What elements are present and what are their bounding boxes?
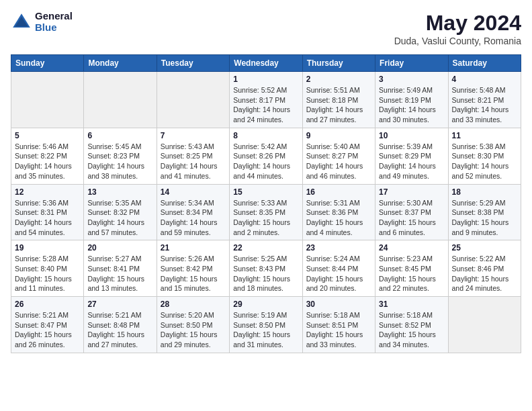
calendar-cell: 10Sunrise: 5:39 AM Sunset: 8:29 PM Dayli… xyxy=(375,128,448,184)
day-number: 12 xyxy=(15,187,80,197)
logo-blue: Blue xyxy=(35,22,73,34)
day-number: 3 xyxy=(379,75,444,84)
calendar-cell: 22Sunrise: 5:25 AM Sunset: 8:43 PM Dayli… xyxy=(230,240,302,297)
day-number: 10 xyxy=(379,131,444,140)
day-number: 1 xyxy=(233,75,298,84)
calendar-week-5: 26Sunrise: 5:21 AM Sunset: 8:47 PM Dayli… xyxy=(11,297,521,353)
day-number: 18 xyxy=(452,187,517,197)
calendar-body: 1Sunrise: 5:52 AM Sunset: 8:17 PM Daylig… xyxy=(11,72,521,353)
day-number: 25 xyxy=(452,243,517,253)
calendar-cell: 20Sunrise: 5:27 AM Sunset: 8:41 PM Dayli… xyxy=(84,240,157,297)
day-info: Sunrise: 5:21 AM Sunset: 8:48 PM Dayligh… xyxy=(87,310,152,350)
day-info: Sunrise: 5:24 AM Sunset: 8:44 PM Dayligh… xyxy=(306,254,371,293)
calendar-cell: 26Sunrise: 5:21 AM Sunset: 8:47 PM Dayli… xyxy=(11,297,84,353)
day-number: 8 xyxy=(233,131,298,140)
location-subtitle: Duda, Vaslui County, Romania xyxy=(394,36,521,46)
day-number: 6 xyxy=(87,131,152,140)
day-info: Sunrise: 5:19 AM Sunset: 8:50 PM Dayligh… xyxy=(233,310,298,350)
day-info: Sunrise: 5:31 AM Sunset: 8:36 PM Dayligh… xyxy=(306,198,371,238)
day-info: Sunrise: 5:51 AM Sunset: 8:18 PM Dayligh… xyxy=(306,85,371,125)
day-info: Sunrise: 5:34 AM Sunset: 8:34 PM Dayligh… xyxy=(161,198,226,238)
day-info: Sunrise: 5:33 AM Sunset: 8:35 PM Dayligh… xyxy=(233,198,298,238)
calendar-cell: 5Sunrise: 5:46 AM Sunset: 8:22 PM Daylig… xyxy=(11,128,84,184)
day-number: 19 xyxy=(15,243,80,253)
day-info: Sunrise: 5:39 AM Sunset: 8:29 PM Dayligh… xyxy=(379,142,444,181)
calendar-cell: 18Sunrise: 5:29 AM Sunset: 8:38 PM Dayli… xyxy=(448,184,521,240)
weekday-header-friday: Friday xyxy=(375,55,448,72)
calendar-cell: 2Sunrise: 5:51 AM Sunset: 8:18 PM Daylig… xyxy=(302,72,375,128)
calendar-week-3: 12Sunrise: 5:36 AM Sunset: 8:31 PM Dayli… xyxy=(11,184,521,240)
calendar-cell: 11Sunrise: 5:38 AM Sunset: 8:30 PM Dayli… xyxy=(448,128,521,184)
day-number: 11 xyxy=(452,131,517,140)
calendar-cell: 16Sunrise: 5:31 AM Sunset: 8:36 PM Dayli… xyxy=(302,184,375,240)
day-number: 16 xyxy=(306,187,371,197)
day-number: 26 xyxy=(15,300,80,309)
calendar-cell xyxy=(448,297,521,353)
day-number: 2 xyxy=(306,75,371,84)
day-info: Sunrise: 5:45 AM Sunset: 8:23 PM Dayligh… xyxy=(87,142,152,181)
day-info: Sunrise: 5:22 AM Sunset: 8:46 PM Dayligh… xyxy=(452,254,517,293)
day-number: 15 xyxy=(233,187,298,197)
calendar-cell: 27Sunrise: 5:21 AM Sunset: 8:48 PM Dayli… xyxy=(84,297,157,353)
calendar-cell: 6Sunrise: 5:45 AM Sunset: 8:23 PM Daylig… xyxy=(84,128,157,184)
logo-icon xyxy=(11,11,32,33)
day-info: Sunrise: 5:28 AM Sunset: 8:40 PM Dayligh… xyxy=(15,254,80,293)
calendar-cell: 29Sunrise: 5:19 AM Sunset: 8:50 PM Dayli… xyxy=(230,297,302,353)
day-number: 20 xyxy=(87,243,152,253)
day-info: Sunrise: 5:21 AM Sunset: 8:47 PM Dayligh… xyxy=(15,310,80,350)
calendar-cell: 28Sunrise: 5:20 AM Sunset: 8:50 PM Dayli… xyxy=(157,297,229,353)
day-info: Sunrise: 5:18 AM Sunset: 8:52 PM Dayligh… xyxy=(379,310,444,350)
day-info: Sunrise: 5:26 AM Sunset: 8:42 PM Dayligh… xyxy=(161,254,226,293)
calendar-cell: 31Sunrise: 5:18 AM Sunset: 8:52 PM Dayli… xyxy=(375,297,448,353)
calendar-cell: 30Sunrise: 5:18 AM Sunset: 8:51 PM Dayli… xyxy=(302,297,375,353)
calendar-week-1: 1Sunrise: 5:52 AM Sunset: 8:17 PM Daylig… xyxy=(11,72,521,128)
day-number: 13 xyxy=(87,187,152,197)
calendar-cell: 21Sunrise: 5:26 AM Sunset: 8:42 PM Dayli… xyxy=(157,240,229,297)
calendar-cell: 15Sunrise: 5:33 AM Sunset: 8:35 PM Dayli… xyxy=(230,184,302,240)
day-info: Sunrise: 5:43 AM Sunset: 8:25 PM Dayligh… xyxy=(161,142,226,181)
day-info: Sunrise: 5:38 AM Sunset: 8:30 PM Dayligh… xyxy=(452,142,517,181)
calendar-cell xyxy=(84,72,157,128)
day-info: Sunrise: 5:30 AM Sunset: 8:37 PM Dayligh… xyxy=(379,198,444,238)
calendar-cell: 4Sunrise: 5:48 AM Sunset: 8:21 PM Daylig… xyxy=(448,72,521,128)
calendar-cell: 23Sunrise: 5:24 AM Sunset: 8:44 PM Dayli… xyxy=(302,240,375,297)
day-info: Sunrise: 5:49 AM Sunset: 8:19 PM Dayligh… xyxy=(379,85,444,125)
calendar-week-2: 5Sunrise: 5:46 AM Sunset: 8:22 PM Daylig… xyxy=(11,128,521,184)
day-number: 27 xyxy=(87,300,152,309)
day-info: Sunrise: 5:35 AM Sunset: 8:32 PM Dayligh… xyxy=(87,198,152,238)
day-info: Sunrise: 5:40 AM Sunset: 8:27 PM Dayligh… xyxy=(306,142,371,181)
weekday-header-saturday: Saturday xyxy=(448,55,521,72)
day-info: Sunrise: 5:36 AM Sunset: 8:31 PM Dayligh… xyxy=(15,198,80,238)
logo-text: General Blue xyxy=(35,11,73,33)
day-info: Sunrise: 5:18 AM Sunset: 8:51 PM Dayligh… xyxy=(306,310,371,350)
calendar-header: SundayMondayTuesdayWednesdayThursdayFrid… xyxy=(11,55,521,72)
weekday-header-wednesday: Wednesday xyxy=(230,55,302,72)
day-info: Sunrise: 5:42 AM Sunset: 8:26 PM Dayligh… xyxy=(233,142,298,181)
weekday-header-monday: Monday xyxy=(84,55,157,72)
calendar-cell: 12Sunrise: 5:36 AM Sunset: 8:31 PM Dayli… xyxy=(11,184,84,240)
day-number: 31 xyxy=(379,300,444,309)
calendar-cell: 17Sunrise: 5:30 AM Sunset: 8:37 PM Dayli… xyxy=(375,184,448,240)
calendar-cell xyxy=(11,72,84,128)
calendar-cell: 24Sunrise: 5:23 AM Sunset: 8:45 PM Dayli… xyxy=(375,240,448,297)
calendar-cell xyxy=(157,72,229,128)
calendar-week-4: 19Sunrise: 5:28 AM Sunset: 8:40 PM Dayli… xyxy=(11,240,521,297)
day-info: Sunrise: 5:52 AM Sunset: 8:17 PM Dayligh… xyxy=(233,85,298,125)
weekday-header-sunday: Sunday xyxy=(11,55,84,72)
day-info: Sunrise: 5:48 AM Sunset: 8:21 PM Dayligh… xyxy=(452,85,517,125)
day-info: Sunrise: 5:20 AM Sunset: 8:50 PM Dayligh… xyxy=(161,310,226,350)
day-number: 28 xyxy=(161,300,226,309)
day-number: 29 xyxy=(233,300,298,309)
day-info: Sunrise: 5:23 AM Sunset: 8:45 PM Dayligh… xyxy=(379,254,444,293)
month-year-title: May 2024 xyxy=(394,11,521,36)
logo-general: General xyxy=(35,11,73,22)
day-number: 17 xyxy=(379,187,444,197)
day-number: 24 xyxy=(379,243,444,253)
calendar-cell: 25Sunrise: 5:22 AM Sunset: 8:46 PM Dayli… xyxy=(448,240,521,297)
day-number: 7 xyxy=(161,131,226,140)
calendar-cell: 19Sunrise: 5:28 AM Sunset: 8:40 PM Dayli… xyxy=(11,240,84,297)
day-info: Sunrise: 5:46 AM Sunset: 8:22 PM Dayligh… xyxy=(15,142,80,181)
day-number: 21 xyxy=(161,243,226,253)
calendar-cell: 3Sunrise: 5:49 AM Sunset: 8:19 PM Daylig… xyxy=(375,72,448,128)
weekday-header-tuesday: Tuesday xyxy=(157,55,229,72)
